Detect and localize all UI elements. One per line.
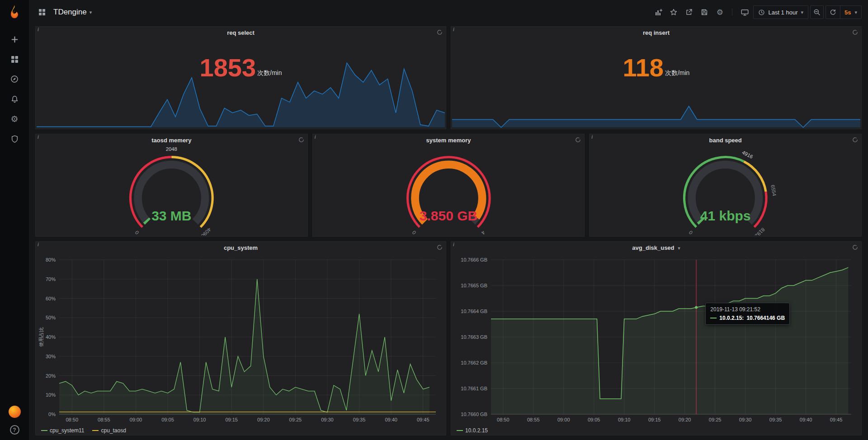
svg-text:0%: 0% — [48, 412, 56, 417]
refresh-button[interactable] — [826, 6, 840, 19]
legend-item[interactable]: cpu_taosd — [92, 427, 126, 434]
panel-loading-spinner-icon — [437, 29, 443, 35]
panel-title[interactable]: taosd memery — [151, 137, 191, 144]
help-button[interactable]: ? — [10, 425, 19, 435]
zoom-out-icon — [813, 9, 821, 16]
timeseries-chart[interactable]: 10.7660 GB10.7661 GB10.7662 GB10.7663 GB… — [453, 255, 858, 424]
svg-text:4096: 4096 — [200, 227, 212, 235]
svg-text:09:15: 09:15 — [648, 417, 661, 422]
panel-info-icon[interactable]: i — [38, 135, 39, 140]
chart-tooltip: 2019-11-13 09:21:52 10.0.2.15: 10.766414… — [705, 303, 790, 325]
panel-title[interactable]: avg_disk_used ▾ — [632, 244, 680, 251]
grid-icon — [38, 9, 46, 16]
panel-header: i avg_disk_used ▾ — [451, 242, 861, 253]
star-button[interactable] — [667, 5, 680, 19]
svg-text:09:25: 09:25 — [289, 417, 302, 422]
timeseries-chart[interactable]: 0%10%20%30%40%50%60%70%80%08:5008:5509:0… — [38, 255, 442, 424]
panel-body: 0%10%20%30%40%50%60%70%80%08:5008:5509:0… — [36, 253, 446, 435]
dashboard-row-1: i req select 1853 次数/min i req insert — [35, 26, 862, 129]
svg-text:09:05: 09:05 — [588, 417, 600, 422]
caret-down-icon: ▾ — [854, 9, 857, 15]
navbar-left: TDengine ▾ — [35, 5, 92, 19]
sidebar: ⚙ ? — [0, 0, 29, 440]
chart-legend: 10.0.2.15 — [457, 427, 488, 434]
sidebar-item-alerting[interactable] — [4, 90, 25, 108]
panel-title[interactable]: band speed — [709, 137, 742, 144]
clock-icon — [758, 9, 765, 16]
svg-text:09:20: 09:20 — [679, 417, 691, 422]
page-title: TDengine — [53, 8, 87, 17]
sidebar-item-server-admin[interactable] — [4, 130, 25, 147]
svg-text:09:30: 09:30 — [321, 417, 334, 422]
panel-info-icon[interactable]: i — [591, 135, 593, 140]
grafana-flame-icon — [7, 5, 22, 20]
sidebar-bottom: ? — [9, 406, 21, 436]
sidebar-item-dashboards[interactable] — [4, 51, 25, 68]
dashboards-grid-icon — [11, 56, 19, 63]
sidebar-item-configuration[interactable]: ⚙ — [4, 110, 25, 127]
panel-title[interactable]: cpu_system — [224, 244, 258, 251]
caret-down-icon: ▾ — [801, 9, 803, 15]
svg-text:09:40: 09:40 — [385, 417, 397, 422]
sparkline-chart — [37, 59, 445, 128]
panel-info-icon[interactable]: i — [453, 242, 454, 247]
grafana-logo[interactable] — [7, 5, 22, 20]
svg-text:09:25: 09:25 — [709, 417, 722, 422]
panel-title[interactable]: req insert — [643, 29, 670, 36]
save-button[interactable] — [698, 5, 711, 19]
legend-item[interactable]: 10.0.2.15 — [457, 427, 488, 434]
panel-info-icon[interactable]: i — [453, 27, 454, 32]
svg-text:09:15: 09:15 — [225, 417, 238, 422]
sidebar-item-create[interactable] — [4, 31, 25, 48]
dashboard-picker-button[interactable] — [35, 5, 49, 19]
cycle-view-mode-button[interactable] — [738, 5, 751, 19]
svg-text:10.7664 GB: 10.7664 GB — [461, 309, 487, 314]
panel-header: i req select — [36, 27, 446, 38]
dashboard-title-dropdown[interactable]: TDengine ▾ — [53, 8, 92, 17]
dashboard-grid: i req select 1853 次数/min i req insert — [29, 24, 868, 440]
svg-text:4916: 4916 — [741, 150, 754, 159]
svg-text:09:20: 09:20 — [257, 417, 270, 422]
zoom-out-button[interactable] — [810, 5, 824, 19]
chart-legend: cpu_system11 cpu_taosd — [41, 427, 126, 434]
legend-label: cpu_taosd — [101, 427, 126, 434]
legend-item[interactable]: cpu_system11 — [41, 427, 84, 434]
panel-title[interactable]: req select — [227, 29, 255, 36]
legend-swatch — [457, 430, 463, 431]
svg-text:08:50: 08:50 — [497, 417, 509, 422]
panel-info-icon[interactable]: i — [38, 27, 39, 32]
tooltip-timestamp: 2019-11-13 09:21:52 — [710, 306, 785, 313]
add-panel-button[interactable] — [651, 5, 665, 19]
svg-text:6554: 6554 — [770, 184, 778, 197]
dashboard-row-2: i taosd memery 020484096 33 MB i system … — [35, 134, 862, 237]
svg-text:09:00: 09:00 — [557, 417, 570, 422]
legend-swatch — [41, 430, 47, 431]
panel-info-icon[interactable]: i — [38, 242, 39, 247]
svg-text:10.7666 GB: 10.7666 GB — [461, 257, 487, 262]
navbar-divider — [732, 9, 732, 16]
time-range-picker[interactable]: Last 1 hour ▾ — [753, 5, 808, 19]
svg-text:10.7665 GB: 10.7665 GB — [461, 283, 487, 288]
svg-text:10%: 10% — [46, 392, 56, 398]
gear-icon: ⚙ — [717, 9, 723, 16]
panel-info-icon[interactable]: i — [315, 135, 316, 140]
gauge-chart: 0491665548192 — [590, 147, 861, 235]
legend-swatch — [92, 430, 99, 431]
refresh-interval-dropdown[interactable]: 5s ▾ — [840, 6, 861, 19]
panel-body: 04 3.850 GB — [313, 146, 585, 236]
dashboard-settings-button[interactable]: ⚙ — [713, 5, 726, 19]
save-icon — [701, 9, 708, 16]
refresh-interval-label: 5s — [844, 9, 851, 16]
panel-header: i taosd memery — [36, 134, 307, 146]
panel-title[interactable]: system memory — [426, 137, 471, 144]
panel-loading-spinner-icon — [437, 244, 443, 250]
plus-icon — [11, 36, 19, 43]
svg-text:0: 0 — [688, 229, 694, 235]
svg-text:20%: 20% — [46, 373, 56, 379]
svg-text:09:30: 09:30 — [739, 417, 752, 422]
user-avatar[interactable] — [9, 406, 21, 418]
sidebar-nav: ⚙ — [4, 31, 25, 147]
sidebar-item-explore[interactable] — [4, 70, 25, 88]
question-icon: ? — [13, 427, 16, 433]
share-button[interactable] — [682, 5, 696, 19]
